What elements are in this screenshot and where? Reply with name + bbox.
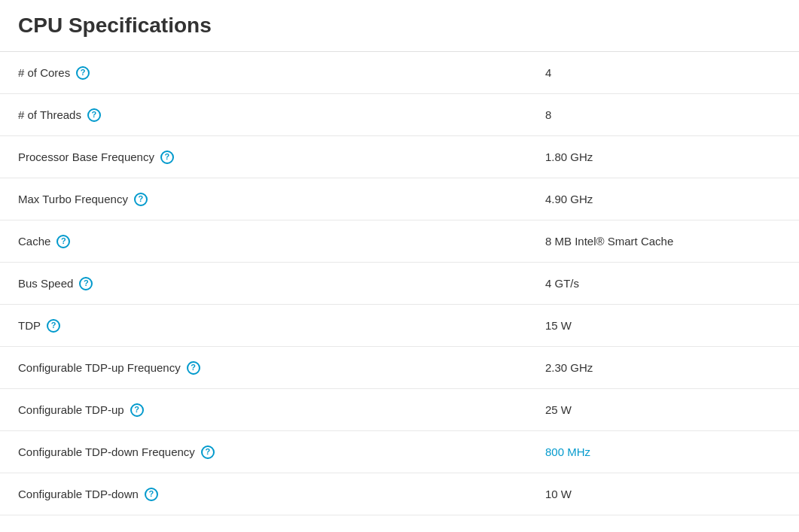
spec-row-tdp-up: Configurable TDP-up?25 W [0,389,799,431]
spec-row-tdp-down-frequency: Configurable TDP-down Frequency?800 MHz [0,431,799,473]
spec-label-tdp-down: Configurable TDP-down [18,488,139,500]
spec-label-cell-cores: # of Cores? [18,66,545,80]
spec-value-bus-speed: 4 GT/s [545,277,781,290]
spec-label-cache: Cache [18,235,50,248]
help-icon-threads[interactable]: ? [87,108,101,122]
spec-value-tdp-down-frequency: 800 MHz [545,445,781,458]
spec-label-cell-threads: # of Threads? [18,108,545,122]
spec-row-tdp-up-frequency: Configurable TDP-up Frequency?2.30 GHz [0,347,799,389]
spec-value-tdp: 15 W [545,319,781,332]
help-icon-tdp-down[interactable]: ? [145,488,158,501]
spec-value-tdp-up-frequency: 2.30 GHz [545,361,781,374]
help-icon-tdp-down-frequency[interactable]: ? [201,445,215,459]
spec-row-base-frequency: Processor Base Frequency?1.80 GHz [0,136,799,178]
help-icon-cores[interactable]: ? [76,66,90,80]
spec-value-threads: 8 [545,108,781,121]
spec-value-cache: 8 MB Intel® Smart Cache [545,235,781,248]
spec-row-turbo-frequency: Max Turbo Frequency?4.90 GHz [0,178,799,220]
spec-label-cell-base-frequency: Processor Base Frequency? [18,150,545,164]
spec-label-tdp-up: Configurable TDP-up [18,403,124,416]
help-icon-cache[interactable]: ? [56,235,70,248]
spec-label-cell-tdp-up-frequency: Configurable TDP-up Frequency? [18,361,545,375]
spec-label-bus-speed: Bus Speed [18,277,73,290]
spec-row-bus-speed: Bus Speed?4 GT/s [0,263,799,305]
page-container: CPU Specifications # of Cores?4# of Thre… [0,0,799,515]
spec-value-base-frequency: 1.80 GHz [545,150,781,163]
help-icon-bus-speed[interactable]: ? [79,277,93,290]
spec-row-tdp-down: Configurable TDP-down?10 W [0,473,799,515]
spec-table: # of Cores?4# of Threads?8Processor Base… [0,52,799,515]
spec-label-cell-tdp-up: Configurable TDP-up? [18,403,545,417]
spec-label-turbo-frequency: Max Turbo Frequency [18,193,128,205]
spec-label-base-frequency: Processor Base Frequency [18,150,154,163]
spec-label-cell-turbo-frequency: Max Turbo Frequency? [18,193,545,206]
spec-label-cell-tdp-down-frequency: Configurable TDP-down Frequency? [18,445,545,459]
page-title: CPU Specifications [0,0,799,52]
spec-value-tdp-down: 10 W [545,488,781,500]
spec-value-turbo-frequency: 4.90 GHz [545,193,781,205]
help-icon-tdp-up[interactable]: ? [130,403,144,417]
spec-value-cores: 4 [545,66,781,79]
spec-label-cores: # of Cores [18,66,70,79]
spec-row-tdp: TDP?15 W [0,305,799,347]
spec-label-cell-cache: Cache? [18,235,545,248]
spec-label-threads: # of Threads [18,108,81,121]
help-icon-tdp-up-frequency[interactable]: ? [187,361,200,375]
spec-label-tdp: TDP [18,319,41,332]
spec-row-threads: # of Threads?8 [0,94,799,136]
spec-label-tdp-down-frequency: Configurable TDP-down Frequency [18,445,195,458]
help-icon-tdp[interactable]: ? [47,319,60,333]
spec-label-cell-tdp: TDP? [18,319,545,333]
help-icon-base-frequency[interactable]: ? [160,150,174,164]
spec-row-cores: # of Cores?4 [0,52,799,94]
help-icon-turbo-frequency[interactable]: ? [134,193,148,206]
spec-label-tdp-up-frequency: Configurable TDP-up Frequency [18,361,181,374]
spec-label-cell-bus-speed: Bus Speed? [18,277,545,290]
spec-label-cell-tdp-down: Configurable TDP-down? [18,488,545,501]
spec-row-cache: Cache?8 MB Intel® Smart Cache [0,220,799,263]
spec-value-tdp-up: 25 W [545,403,781,416]
